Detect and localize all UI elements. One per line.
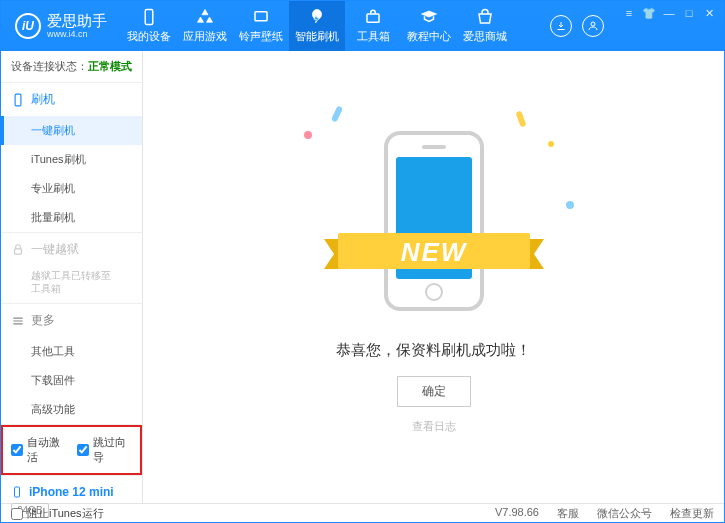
sidebar-item-download-firmware[interactable]: 下载固件 (1, 366, 142, 395)
sidebar-item-itunes-flash[interactable]: iTunes刷机 (1, 145, 142, 174)
new-ribbon: NEW (324, 231, 544, 277)
success-message: 恭喜您，保资料刷机成功啦！ (336, 341, 531, 360)
connection-status: 设备连接状态：正常模式 (1, 51, 142, 83)
version-label: V7.98.66 (495, 506, 539, 521)
user-icon[interactable] (582, 15, 604, 37)
view-log-link[interactable]: 查看日志 (412, 419, 456, 434)
update-link[interactable]: 检查更新 (670, 506, 714, 521)
support-link[interactable]: 客服 (557, 506, 579, 521)
sidebar-head-more[interactable]: 更多 (1, 304, 142, 337)
nav-tutorials[interactable]: 教程中心 (401, 1, 457, 51)
checkbox-block-itunes[interactable]: 阻止iTunes运行 (11, 506, 104, 521)
nav-smart-flash[interactable]: 智能刷机 (289, 1, 345, 51)
sidebar-item-onekey-flash[interactable]: 一键刷机 (1, 116, 142, 145)
checkbox-auto-activate[interactable]: 自动激活 (11, 435, 67, 465)
title-bar: iU 爱思助手 www.i4.cn 我的设备 应用游戏 铃声壁纸 智能刷机 工具… (1, 1, 724, 51)
wechat-link[interactable]: 微信公众号 (597, 506, 652, 521)
nav-toolbox[interactable]: 工具箱 (345, 1, 401, 51)
sidebar-head-flash[interactable]: 刷机 (1, 83, 142, 116)
skin-icon[interactable]: 👕 (642, 7, 656, 21)
nav-apps-games[interactable]: 应用游戏 (177, 1, 233, 51)
sidebar-checkbox-group: 自动激活 跳过向导 (1, 425, 142, 475)
sidebar-item-advanced[interactable]: 高级功能 (1, 395, 142, 424)
close-icon[interactable]: ✕ (702, 7, 716, 21)
maximize-icon[interactable]: □ (682, 7, 696, 21)
app-name: 爱思助手 (47, 12, 107, 29)
sidebar: 设备连接状态：正常模式 刷机 一键刷机 iTunes刷机 专业刷机 批量刷机 一… (1, 51, 143, 503)
app-url: www.i4.cn (47, 29, 107, 39)
ok-button[interactable]: 确定 (397, 376, 471, 407)
nav-store[interactable]: 爱思商城 (457, 1, 513, 51)
phone-graphic (384, 131, 484, 311)
menu-icon[interactable]: ≡ (622, 7, 636, 21)
nav-my-device[interactable]: 我的设备 (121, 1, 177, 51)
sidebar-item-other-tools[interactable]: 其他工具 (1, 337, 142, 366)
minimize-icon[interactable]: — (662, 7, 676, 21)
success-illustration: NEW (354, 121, 514, 321)
download-icon[interactable] (550, 15, 572, 37)
checkbox-skip-guide[interactable]: 跳过向导 (77, 435, 133, 465)
sidebar-head-jailbreak: 一键越狱 (1, 233, 142, 266)
app-logo: iU 爱思助手 www.i4.cn (1, 12, 121, 40)
svg-rect-1 (255, 12, 267, 21)
svg-rect-0 (145, 10, 153, 25)
phone-icon (11, 484, 23, 500)
jailbreak-note: 越狱工具已转移至工具箱 (1, 266, 142, 303)
svg-rect-2 (367, 14, 379, 22)
nav-ringtone-wallpaper[interactable]: 铃声壁纸 (233, 1, 289, 51)
sidebar-item-batch-flash[interactable]: 批量刷机 (1, 203, 142, 232)
logo-icon: iU (15, 13, 41, 39)
svg-rect-5 (15, 248, 22, 253)
svg-text:NEW: NEW (400, 237, 467, 267)
device-name: iPhone 12 mini (29, 485, 114, 499)
main-content: NEW 恭喜您，保资料刷机成功啦！ 确定 查看日志 (143, 51, 724, 503)
svg-point-3 (591, 22, 595, 26)
main-nav: 我的设备 应用游戏 铃声壁纸 智能刷机 工具箱 教程中心 爱思商城 (121, 1, 513, 51)
svg-rect-4 (15, 94, 21, 106)
svg-rect-6 (15, 487, 20, 497)
sidebar-item-pro-flash[interactable]: 专业刷机 (1, 174, 142, 203)
